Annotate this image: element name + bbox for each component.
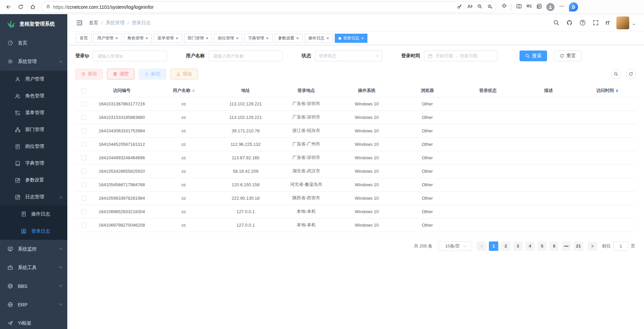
favorite-add-icon[interactable] — [487, 4, 493, 10]
row-checkbox[interactable] — [81, 209, 86, 214]
row-checkbox[interactable] — [81, 169, 86, 174]
cell-time — [579, 191, 636, 205]
sidebar-item-erp[interactable]: ERP — [0, 295, 67, 314]
sidebar-item-system-monitor[interactable]: 系统监控 — [0, 240, 67, 258]
toggle-search-button[interactable] — [611, 69, 621, 79]
goto-page-input[interactable] — [613, 241, 628, 251]
tab-dept-mgmt[interactable]: 部门管理× — [184, 34, 212, 43]
url-bar[interactable]: https://ccnetcore.com:1101/system/log/lo… — [42, 2, 496, 12]
fullscreen-icon[interactable] — [593, 20, 599, 26]
read-aloud-icon[interactable] — [467, 4, 472, 10]
page-size-select[interactable]: 10条/页 — [438, 241, 472, 251]
more-menu-icon[interactable] — [559, 3, 565, 10]
bing-chat-icon[interactable]: b — [569, 2, 578, 11]
reset-button[interactable]: 重置 — [554, 51, 581, 61]
column-time[interactable]: 访问时间 — [579, 84, 636, 97]
menu-fold-icon[interactable] — [76, 20, 83, 26]
row-checkbox[interactable] — [81, 142, 86, 147]
sidebar-item-param-settings[interactable]: 参数设置 — [0, 172, 67, 189]
breadcrumb-item[interactable]: 首页 — [89, 20, 98, 26]
sidebar-item-log-management[interactable]: 日志管理 — [0, 189, 67, 205]
favorites-bar-icon[interactable] — [526, 3, 532, 10]
breadcrumb-item[interactable]: 系统管理 — [106, 20, 124, 26]
row-checkbox[interactable] — [81, 182, 86, 187]
status-select[interactable]: 登录状态 — [315, 51, 382, 61]
sidebar-item-dept-management[interactable]: 部门管理 — [0, 121, 67, 138]
page-button-4[interactable]: 4 — [525, 241, 535, 251]
close-icon[interactable]: × — [176, 36, 178, 40]
more-pages-button[interactable]: ••• — [562, 241, 571, 251]
login-ip-label: 登录Ip — [75, 53, 89, 59]
select-all-checkbox[interactable] — [81, 88, 86, 93]
close-icon[interactable]: × — [326, 36, 329, 40]
tab-login-log[interactable]: 登录日志× — [335, 34, 368, 43]
tab-role-mgmt[interactable]: 角色管理× — [124, 34, 152, 43]
next-page-button[interactable]: > — [588, 241, 597, 251]
page-button-3[interactable]: 3 — [513, 241, 523, 251]
avatar[interactable] — [616, 17, 629, 29]
sidebar-item-system-management[interactable]: 系统管理 — [0, 52, 67, 71]
row-checkbox[interactable] — [81, 115, 86, 120]
github-icon[interactable] — [566, 20, 573, 26]
sidebar-item-dict-management[interactable]: 字典管理 — [0, 155, 67, 172]
refresh-table-button[interactable] — [626, 69, 636, 79]
clear-button[interactable]: 清空 — [107, 69, 135, 79]
collections-icon[interactable] — [536, 3, 542, 10]
cell-address: 222.90.130.18 — [215, 191, 276, 205]
row-checkbox[interactable] — [81, 128, 86, 133]
sidebar-item-system-tools[interactable]: 系统工具 — [0, 258, 67, 277]
page-button-2[interactable]: 2 — [501, 241, 510, 251]
close-icon[interactable]: × — [115, 36, 118, 40]
zoom-out-icon[interactable] — [477, 4, 482, 10]
sidebar-item-yi-framework[interactable]: Yi框架 — [0, 314, 67, 329]
sidebar-item-home[interactable]: 首页 — [0, 34, 67, 52]
tab-user-mgmt[interactable]: 用户管理× — [94, 34, 122, 43]
row-checkbox[interactable] — [81, 223, 86, 228]
sidebar-item-operation-log[interactable]: 操作日志 — [0, 205, 67, 223]
back-icon[interactable] — [3, 2, 13, 12]
login-ip-input[interactable] — [93, 51, 167, 61]
page-button-6[interactable]: 6 — [549, 241, 559, 251]
sidebar-item-login-log[interactable]: 登录日志 — [0, 223, 67, 240]
page-button-5[interactable]: 5 — [537, 241, 547, 251]
sidebar-item-menu-management[interactable]: 菜单管理 — [0, 104, 67, 121]
split-screen-icon[interactable] — [516, 3, 522, 10]
sidebar-item-post-management[interactable]: 岗位管理 — [0, 138, 67, 155]
close-icon[interactable]: × — [236, 36, 239, 40]
column-username[interactable]: 用户名称 — [152, 84, 215, 97]
row-checkbox[interactable] — [81, 155, 86, 160]
font-size-icon[interactable]: tT — [606, 20, 610, 26]
search-button[interactable]: 搜索 — [520, 51, 547, 61]
unlock-button[interactable]: 解锁 — [139, 69, 166, 79]
page-button-21[interactable]: 21 — [574, 241, 583, 251]
home-icon[interactable] — [28, 2, 38, 12]
export-button[interactable]: 导出 — [170, 69, 198, 79]
browser-profile-icon[interactable] — [546, 3, 554, 11]
tab-op-log[interactable]: 操作日志× — [305, 34, 333, 43]
tab-menu-mgmt[interactable]: 菜单管理× — [154, 34, 182, 43]
close-icon[interactable]: × — [361, 36, 364, 40]
date-range-picker[interactable]: 开始日期 - 结束日期 — [424, 51, 498, 61]
row-checkbox[interactable] — [81, 196, 86, 201]
delete-button[interactable]: 删除 — [75, 69, 103, 79]
prev-page-button[interactable]: < — [477, 241, 486, 251]
sidebar-item-role-management[interactable]: 角色管理 — [0, 88, 67, 104]
extensions-icon[interactable] — [501, 3, 507, 10]
sidebar-item-bbs[interactable]: BBS — [0, 277, 67, 295]
close-icon[interactable]: × — [206, 36, 209, 40]
password-key-icon[interactable] — [457, 4, 462, 10]
sidebar-item-user-management[interactable]: 用户管理 — [0, 71, 67, 88]
tab-dict-mgmt[interactable]: 字典管理× — [244, 34, 273, 43]
help-icon[interactable] — [579, 20, 586, 26]
username-input[interactable] — [209, 51, 283, 61]
tab-param-set[interactable]: 参数设置× — [275, 34, 303, 43]
close-icon[interactable]: × — [146, 36, 148, 40]
page-button-1[interactable]: 1 — [489, 241, 498, 251]
close-icon[interactable]: × — [296, 36, 299, 40]
header-search-icon[interactable] — [553, 20, 560, 26]
tab-post-mgmt[interactable]: 岗位管理× — [214, 34, 242, 43]
tab-home[interactable]: 首页 — [76, 34, 92, 43]
close-icon[interactable]: × — [266, 36, 269, 40]
row-checkbox[interactable] — [81, 101, 86, 106]
refresh-icon[interactable] — [15, 2, 26, 12]
